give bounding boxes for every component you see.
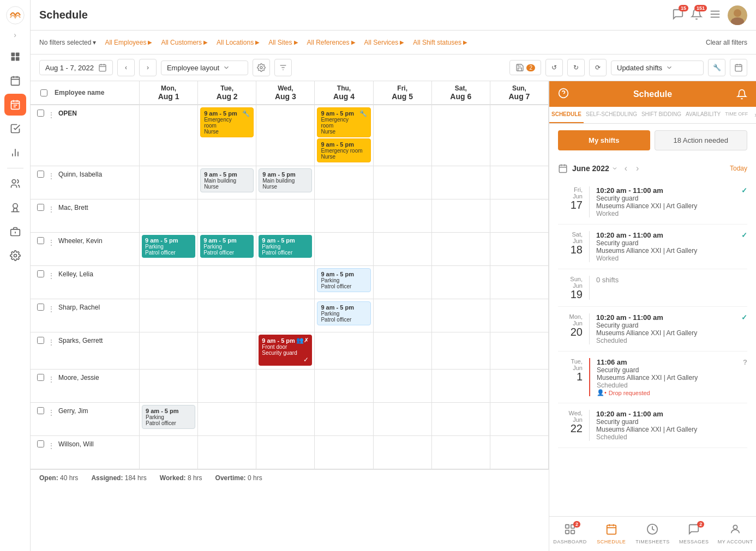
sidebar-item-reports[interactable] (4, 142, 26, 164)
sites-filter[interactable]: All Sites ▶ (268, 39, 298, 46)
today-button[interactable]: Today (730, 165, 747, 172)
cell-quinn-sat[interactable] (432, 166, 490, 199)
cell-moore-fri[interactable] (374, 370, 432, 402)
next-week-button[interactable]: › (139, 59, 157, 76)
cell-wheeler-mon[interactable]: 9 am - 5 pm Parking Patrol officer (140, 233, 198, 265)
cell-sparks-tue[interactable] (198, 332, 256, 369)
shift-card[interactable]: 9 am - 5 pm Parking Patrol officer (259, 235, 312, 258)
cell-gerry-tue[interactable] (198, 403, 256, 435)
cell-moore-thu[interactable] (315, 370, 373, 402)
settings-gear-icon[interactable] (253, 59, 270, 76)
redo-button[interactable]: ↻ (567, 59, 585, 76)
row-menu-moore[interactable]: ⋮ (47, 374, 55, 384)
tab-self-scheduling[interactable]: SELF-SCHEDULING (584, 107, 639, 123)
cell-kelley-sun[interactable] (490, 266, 549, 299)
cell-sharp-sun[interactable] (490, 299, 549, 332)
refresh-button[interactable]: ⟳ (589, 59, 607, 76)
tab-time-off[interactable]: TIME OFF (723, 107, 750, 123)
cell-quinn-fri[interactable] (374, 166, 432, 199)
cell-moore-sat[interactable] (432, 370, 490, 402)
layout-select[interactable]: Employee layout (161, 60, 248, 75)
cell-wheeler-sun[interactable] (490, 233, 549, 265)
cell-wheeler-fri[interactable] (374, 233, 432, 265)
row-checkbox-wheeler[interactable] (37, 237, 44, 244)
user-avatar[interactable] (728, 5, 747, 25)
shift-card[interactable]: 9 am - 5 pm 🔧 Emergency room Nurse (317, 107, 370, 137)
tab-shift-bidding[interactable]: SHIFT BIDDING (639, 107, 683, 123)
shift-card[interactable]: 9 am - 5 pm 👥✗ Front door Security guard… (259, 335, 312, 366)
cell-kelley-thu[interactable]: 9 am - 5 pm Parking Patrol officer (315, 266, 373, 299)
cell-moore-tue[interactable] (198, 370, 256, 402)
row-menu-sharp[interactable]: ⋮ (47, 304, 55, 313)
next-month-button[interactable]: › (634, 161, 641, 175)
panel-notification-icon[interactable] (730, 89, 747, 100)
cell-wheeler-thu[interactable] (315, 233, 373, 265)
cell-sparks-sun[interactable] (490, 332, 549, 369)
cell-willson-wed[interactable] (256, 436, 315, 469)
cell-wheeler-wed[interactable]: 9 am - 5 pm Parking Patrol officer (256, 233, 315, 265)
shift-statuses-filter[interactable]: All Shift statuses ▶ (413, 39, 467, 46)
row-menu-wheeler[interactable]: ⋮ (47, 237, 55, 247)
sidebar-item-roles[interactable] (4, 197, 26, 219)
cell-open-tue[interactable]: 9 am - 5 pm 🔧 Emergency room Nurse (198, 105, 256, 166)
save-button[interactable]: 2 (509, 60, 541, 75)
nav-dashboard[interactable]: 2 DASHBOARD (549, 521, 591, 547)
cell-kelley-tue[interactable] (198, 266, 256, 299)
cell-kelley-mon[interactable] (140, 266, 198, 299)
sidebar-collapse[interactable]: › (14, 31, 16, 39)
calendar-icon[interactable] (730, 59, 747, 76)
cell-willson-mon[interactable] (140, 436, 198, 469)
cell-sparks-mon[interactable] (140, 332, 198, 369)
tab-availability[interactable]: AVAILABILITY (683, 107, 723, 123)
menu-button[interactable] (709, 8, 721, 22)
cell-mac-mon[interactable] (140, 199, 198, 232)
cell-wheeler-tue[interactable]: 9 am - 5 pm Parking Patrol officer (198, 233, 256, 265)
cell-mac-thu[interactable] (315, 199, 373, 232)
undo-button[interactable]: ↺ (545, 59, 563, 76)
cell-sparks-fri[interactable] (374, 332, 432, 369)
cell-mac-sun[interactable] (490, 199, 549, 232)
row-menu-mac[interactable]: ⋮ (47, 204, 55, 214)
cell-moore-sun[interactable] (490, 370, 549, 402)
row-checkbox-mac[interactable] (37, 204, 44, 211)
action-needed-button[interactable]: 18 Action needed (655, 130, 748, 150)
shift-card[interactable]: 9 am - 5 pm Parking Patrol officer (142, 235, 195, 258)
cell-sharp-wed[interactable] (256, 299, 315, 332)
panel-help-icon[interactable] (558, 88, 575, 100)
row-menu-quinn[interactable]: ⋮ (47, 171, 55, 180)
cell-willson-sat[interactable] (432, 436, 490, 469)
row-checkbox-kelley[interactable] (37, 270, 44, 277)
cell-gerry-thu[interactable] (315, 403, 373, 435)
cell-kelley-sat[interactable] (432, 266, 490, 299)
shift-card[interactable]: 9 am - 5 pm 🔧 Emergency room Nurse (200, 107, 254, 137)
cell-sharp-tue[interactable] (198, 299, 256, 332)
shift-card[interactable]: 9 am - 5 pm Main building Nurse (200, 168, 254, 192)
row-checkbox-willson[interactable] (37, 440, 44, 447)
nav-my-account[interactable]: MY ACCOUNT (715, 521, 756, 547)
employees-filter[interactable]: All Employees ▶ (105, 39, 152, 46)
my-shifts-button[interactable]: My shifts (558, 130, 650, 150)
cell-sparks-sat[interactable] (432, 332, 490, 369)
cell-open-sun[interactable] (490, 105, 549, 166)
month-selector[interactable]: June 2022 (572, 164, 618, 173)
sidebar-item-briefcase[interactable] (4, 221, 26, 243)
cell-open-thu[interactable]: 9 am - 5 pm 🔧 Emergency room Nurse 9 am … (315, 105, 373, 166)
row-menu-open[interactable]: ⋮ (47, 110, 55, 119)
cell-moore-wed[interactable] (256, 370, 315, 402)
date-range-picker[interactable]: Aug 1 - 7, 2022 (39, 60, 113, 75)
cell-mac-tue[interactable] (198, 199, 256, 232)
cell-sharp-mon[interactable] (140, 299, 198, 332)
cell-mac-fri[interactable] (374, 199, 432, 232)
row-menu-kelley[interactable]: ⋮ (47, 270, 55, 280)
cell-sparks-wed[interactable]: 9 am - 5 pm 👥✗ Front door Security guard… (256, 332, 315, 369)
tab-schedule[interactable]: SCHEDULE (549, 107, 584, 123)
locations-filter[interactable]: All Locations ▶ (217, 39, 260, 46)
clear-filters-button[interactable]: Clear all filters (706, 39, 747, 46)
cell-willson-fri[interactable] (374, 436, 432, 469)
nav-schedule[interactable]: SCHEDULE (591, 521, 632, 547)
cell-open-mon[interactable] (140, 105, 198, 166)
shift-card[interactable]: 9 am - 5 pm Parking Patrol officer (142, 405, 195, 429)
nav-messages[interactable]: 2 MESSAGES (673, 521, 715, 547)
row-checkbox-quinn[interactable] (37, 171, 44, 178)
shift-card[interactable]: 9 am - 5 pm Parking Patrol officer (200, 235, 254, 258)
